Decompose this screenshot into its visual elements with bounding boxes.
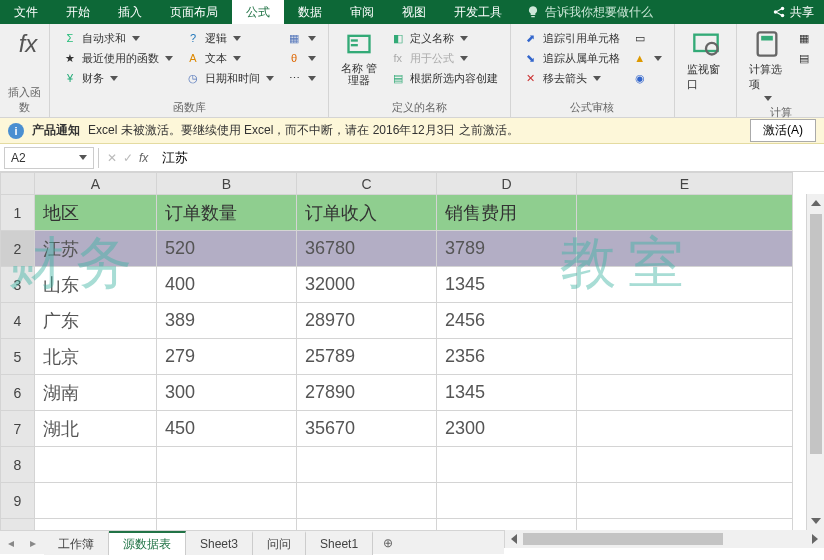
calculation-options-button[interactable]: 计算选项 [743,26,790,103]
menu-tab-6[interactable]: 审阅 [336,0,388,24]
cell-D3[interactable]: 1345 [437,267,577,303]
row-header-4[interactable]: 4 [1,303,35,339]
enter-icon[interactable]: ✓ [123,151,133,165]
row-header-3[interactable]: 3 [1,267,35,303]
cell-B8[interactable] [157,447,297,483]
sheet-tab-0[interactable]: 工作簿 [44,531,109,555]
sheet-tab-3[interactable]: 问问 [253,531,306,555]
cell-D9[interactable] [437,483,577,519]
calculate-now-button[interactable]: ▦ [794,28,814,48]
remove-arrows-button[interactable]: ✕移去箭头 [521,68,622,88]
col-header-D[interactable]: D [437,173,577,195]
share-button[interactable]: 共享 [762,0,824,24]
cell-D1[interactable]: 销售费用 [437,195,577,231]
formula-input[interactable] [156,147,824,169]
cell-A4[interactable]: 广东 [35,303,157,339]
row-header-7[interactable]: 7 [1,411,35,447]
use-in-formula-button[interactable]: fx用于公式 [388,48,500,68]
menu-tab-1[interactable]: 开始 [52,0,104,24]
cell-B7[interactable]: 450 [157,411,297,447]
spreadsheet-grid[interactable]: 财务 教室 ABCDE1地区订单数量订单收入销售费用2江苏52036780378… [0,172,824,530]
watch-window-button[interactable]: 监视窗口 [681,26,731,94]
more-functions-button[interactable]: ⋯ [284,68,318,88]
cell-A10[interactable] [35,519,157,531]
cell-C8[interactable] [297,447,437,483]
col-header-C[interactable]: C [297,173,437,195]
new-sheet-button[interactable]: ⊕ [373,536,403,550]
row-header-1[interactable]: 1 [1,195,35,231]
name-manager-button[interactable]: 名称 管理器 [335,26,384,88]
cell-D4[interactable]: 2456 [437,303,577,339]
row-header-10[interactable]: 10 [1,519,35,531]
sheet-tab-4[interactable]: Sheet1 [306,531,373,555]
cell-B10[interactable] [157,519,297,531]
horizontal-scrollbar[interactable] [504,530,824,548]
cell-C5[interactable]: 25789 [297,339,437,375]
activate-button[interactable]: 激活(A) [750,119,816,142]
cell-A9[interactable] [35,483,157,519]
cell-B2[interactable]: 520 [157,231,297,267]
cell-D10[interactable] [437,519,577,531]
col-header-B[interactable]: B [157,173,297,195]
cell-A3[interactable]: 山东 [35,267,157,303]
row-header-9[interactable]: 9 [1,483,35,519]
cell-C4[interactable]: 28970 [297,303,437,339]
vscroll-thumb[interactable] [810,214,822,454]
insert-function-button[interactable]: fx [6,26,50,62]
row-header-5[interactable]: 5 [1,339,35,375]
math-button[interactable]: θ [284,48,318,68]
evaluate-formula-button[interactable]: ◉ [630,68,664,88]
row-header-8[interactable]: 8 [1,447,35,483]
trace-precedents-button[interactable]: ⬈追踪引用单元格 [521,28,622,48]
cell-A5[interactable]: 北京 [35,339,157,375]
cell-E8[interactable] [577,447,793,483]
menu-tab-0[interactable]: 文件 [0,0,52,24]
cell-D6[interactable]: 1345 [437,375,577,411]
text-button[interactable]: A文本 [183,48,276,68]
menu-tab-4[interactable]: 公式 [232,0,284,24]
cell-D5[interactable]: 2356 [437,339,577,375]
menu-tab-8[interactable]: 开发工具 [440,0,516,24]
logical-button[interactable]: ?逻辑 [183,28,276,48]
cell-C2[interactable]: 36780 [297,231,437,267]
trace-dependents-button[interactable]: ⬊追踪从属单元格 [521,48,622,68]
tell-me[interactable]: 告诉我你想要做什么 [516,4,663,21]
cell-C9[interactable] [297,483,437,519]
menu-tab-7[interactable]: 视图 [388,0,440,24]
cell-A1[interactable]: 地区 [35,195,157,231]
financial-button[interactable]: ¥财务 [60,68,175,88]
name-box[interactable]: A2 [4,147,94,169]
cell-B1[interactable]: 订单数量 [157,195,297,231]
menu-tab-3[interactable]: 页面布局 [156,0,232,24]
cell-E5[interactable] [577,339,793,375]
sheet-nav-next[interactable]: ▸ [22,536,44,550]
define-name-button[interactable]: ◧定义名称 [388,28,500,48]
create-from-selection-button[interactable]: ▤根据所选内容创建 [388,68,500,88]
sheet-nav-prev[interactable]: ◂ [0,536,22,550]
cell-E3[interactable] [577,267,793,303]
cell-D7[interactable]: 2300 [437,411,577,447]
col-header-A[interactable]: A [35,173,157,195]
cell-B4[interactable]: 389 [157,303,297,339]
sheet-tab-2[interactable]: Sheet3 [186,531,253,555]
calculate-sheet-button[interactable]: ▤ [794,48,814,68]
cell-C10[interactable] [297,519,437,531]
cell-E1[interactable] [577,195,793,231]
cell-A8[interactable] [35,447,157,483]
row-header-2[interactable]: 2 [1,231,35,267]
hscroll-thumb[interactable] [523,533,723,545]
show-formulas-button[interactable]: ▭ [630,28,664,48]
cell-E9[interactable] [577,483,793,519]
cell-B5[interactable]: 279 [157,339,297,375]
cell-C7[interactable]: 35670 [297,411,437,447]
cell-E10[interactable] [577,519,793,531]
select-all-corner[interactable] [1,173,35,195]
row-header-6[interactable]: 6 [1,375,35,411]
cell-A7[interactable]: 湖北 [35,411,157,447]
cell-A2[interactable]: 江苏 [35,231,157,267]
sheet-tab-1[interactable]: 源数据表 [109,531,186,555]
cell-D2[interactable]: 3789 [437,231,577,267]
error-checking-button[interactable]: ▲ [630,48,664,68]
cell-E4[interactable] [577,303,793,339]
cell-A6[interactable]: 湖南 [35,375,157,411]
